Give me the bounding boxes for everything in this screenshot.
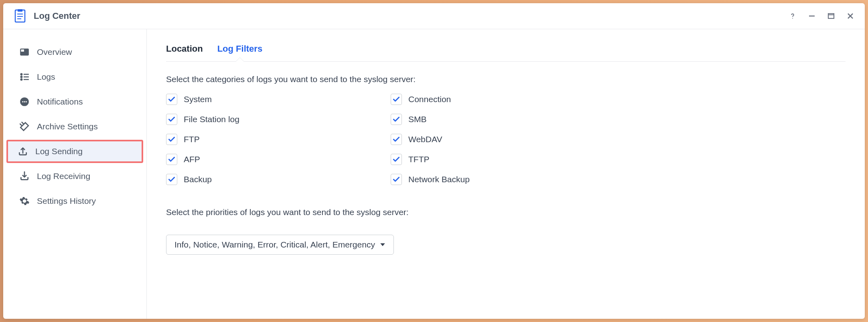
app-icon xyxy=(13,9,27,23)
checkbox-system[interactable] xyxy=(166,94,177,105)
content-panel: Location Log Filters Select the categori… xyxy=(147,29,865,319)
window-controls xyxy=(788,11,855,21)
checkbox-row-system: System xyxy=(166,94,391,105)
svg-point-16 xyxy=(21,76,22,77)
checkbox-label: FTP xyxy=(184,135,200,144)
sidebar-item-label: Overview xyxy=(37,47,72,57)
svg-point-21 xyxy=(22,101,23,102)
checkbox-connection[interactable] xyxy=(391,94,402,105)
checkbox-ftp[interactable] xyxy=(166,134,177,145)
checkbox-row-afp: AFP xyxy=(166,154,391,165)
tab-log-filters[interactable]: Log Filters xyxy=(217,39,262,61)
checkbox-label: Backup xyxy=(184,175,212,184)
checkbox-label: SMB xyxy=(408,115,427,124)
svg-rect-1 xyxy=(18,9,22,12)
archive-icon xyxy=(19,121,30,132)
sidebar-item-log-receiving[interactable]: Log Receiving xyxy=(8,165,142,188)
checkbox-networkbackup[interactable] xyxy=(391,174,402,185)
checkbox-row-webdav: WebDAV xyxy=(391,134,846,145)
sidebar-item-label: Log Receiving xyxy=(37,171,90,181)
close-button[interactable] xyxy=(846,11,855,21)
sidebar-item-archive-settings[interactable]: Archive Settings xyxy=(8,115,142,138)
checkbox-row-ftp: FTP xyxy=(166,134,391,145)
sidebar-item-label: Settings History xyxy=(37,196,96,206)
sending-icon xyxy=(18,146,28,157)
overview-icon xyxy=(19,47,30,57)
sidebar-item-label: Notifications xyxy=(37,97,83,107)
checkbox-label: WebDAV xyxy=(408,135,442,144)
sidebar-item-label: Log Sending xyxy=(35,147,83,156)
checkbox-webdav[interactable] xyxy=(391,134,402,145)
sidebar-item-log-sending[interactable]: Log Sending xyxy=(6,140,143,163)
categories-label: Select the categories of logs you want t… xyxy=(166,74,846,84)
priorities-dropdown[interactable]: Info, Notice, Warning, Error, Critical, … xyxy=(166,235,394,255)
chevron-down-icon xyxy=(380,240,385,250)
checkbox-row-smb: SMB xyxy=(391,114,846,125)
sidebar: Overview Logs Notifications Archive Sett… xyxy=(3,29,147,319)
sidebar-item-label: Archive Settings xyxy=(37,122,98,131)
svg-point-22 xyxy=(24,101,25,102)
svg-rect-13 xyxy=(21,50,24,52)
checkbox-label: System xyxy=(184,95,212,104)
receiving-icon xyxy=(19,171,30,181)
app-title: Log Center xyxy=(34,11,788,21)
help-button[interactable] xyxy=(788,11,797,21)
svg-rect-8 xyxy=(828,14,834,18)
settings-icon xyxy=(19,196,30,206)
sidebar-item-overview[interactable]: Overview xyxy=(8,40,142,64)
checkbox-tftp[interactable] xyxy=(391,154,402,165)
svg-point-6 xyxy=(792,18,793,19)
minimize-button[interactable] xyxy=(807,11,817,21)
checkbox-row-connection: Connection xyxy=(391,94,846,105)
checkbox-filestation[interactable] xyxy=(166,114,177,125)
categories-grid: System Connection File Station log SMB F… xyxy=(166,94,846,185)
checkbox-row-tftp: TFTP xyxy=(391,154,846,165)
checkbox-label: File Station log xyxy=(184,115,239,124)
svg-point-18 xyxy=(21,79,22,80)
checkbox-label: Network Backup xyxy=(408,175,470,184)
checkbox-row-backup: Backup xyxy=(166,174,391,185)
checkbox-afp[interactable] xyxy=(166,154,177,165)
priorities-label: Select the priorities of logs you want t… xyxy=(166,207,846,217)
window-body: Overview Logs Notifications Archive Sett… xyxy=(3,29,865,319)
checkbox-label: AFP xyxy=(184,155,200,164)
logs-icon xyxy=(19,72,30,82)
checkbox-backup[interactable] xyxy=(166,174,177,185)
notifications-icon xyxy=(19,97,30,107)
checkbox-row-filestation: File Station log xyxy=(166,114,391,125)
tab-bar: Location Log Filters xyxy=(166,39,846,62)
log-center-window: Log Center Overview xyxy=(3,3,865,319)
sidebar-item-label: Logs xyxy=(37,72,55,82)
svg-point-23 xyxy=(26,101,27,102)
checkbox-label: TFTP xyxy=(408,155,430,164)
dropdown-value: Info, Notice, Warning, Error, Critical, … xyxy=(174,240,375,250)
svg-point-14 xyxy=(21,74,22,75)
sidebar-item-settings-history[interactable]: Settings History xyxy=(8,189,142,213)
checkbox-smb[interactable] xyxy=(391,114,402,125)
checkbox-row-networkbackup: Network Backup xyxy=(391,174,846,185)
sidebar-item-logs[interactable]: Logs xyxy=(8,65,142,89)
sidebar-item-notifications[interactable]: Notifications xyxy=(8,90,142,113)
checkbox-label: Connection xyxy=(408,95,451,104)
maximize-button[interactable] xyxy=(826,11,836,21)
tab-location[interactable]: Location xyxy=(166,39,203,61)
titlebar: Log Center xyxy=(3,3,865,29)
svg-marker-24 xyxy=(380,244,385,246)
